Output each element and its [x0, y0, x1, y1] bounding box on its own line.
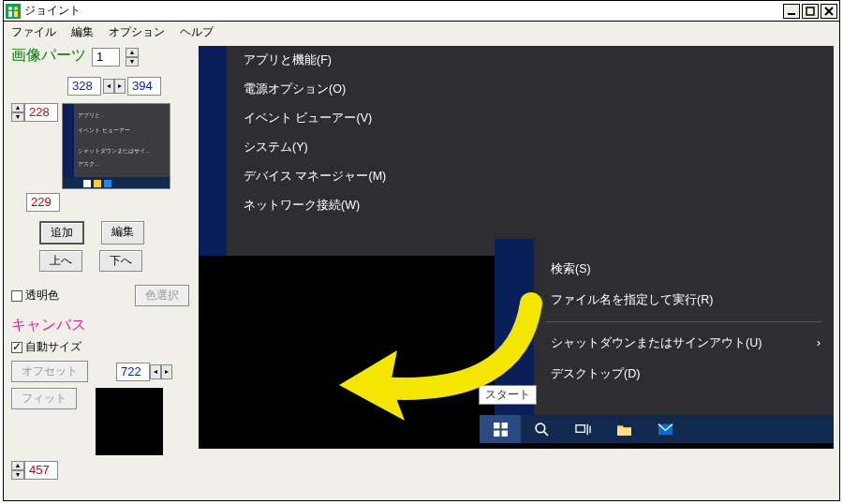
- winx-shutdown[interactable]: シャットダウンまたはサインアウト(U)›: [534, 328, 834, 359]
- svg-rect-3: [8, 11, 12, 17]
- part-thumbnail[interactable]: アプリと… イベント ビューアー シャットダウンまたはサイ… デスク…: [62, 103, 170, 189]
- blue-column: [495, 239, 534, 443]
- separator: [545, 321, 822, 322]
- canvas-thumbnail: [96, 388, 163, 455]
- parts-index-input[interactable]: 1: [92, 48, 120, 67]
- task-view-icon: [575, 422, 591, 437]
- svg-rect-15: [575, 424, 584, 432]
- canvas-w-slider[interactable]: ◂▸: [150, 364, 172, 379]
- start-tooltip: スタート: [479, 385, 537, 405]
- taskbar: [480, 415, 834, 443]
- canvas-area: アプリと機能(F) 電源オプション(O) イベント ビューアー(V) システム(…: [199, 46, 834, 449]
- svg-rect-18: [617, 427, 631, 436]
- chevron-right-icon: ›: [817, 335, 821, 349]
- svg-rect-10: [501, 422, 507, 428]
- winx-device-manager[interactable]: デバイス マネージャー(M): [227, 162, 540, 191]
- winx-network[interactable]: ネットワーク接続(W): [227, 191, 540, 220]
- add-button[interactable]: 追加: [39, 221, 84, 245]
- x-slider[interactable]: ◂▸: [103, 79, 126, 94]
- taskbar-explorer[interactable]: [603, 415, 644, 443]
- down-button[interactable]: 下へ: [99, 250, 142, 272]
- x-input[interactable]: 328: [67, 77, 101, 96]
- offset-button[interactable]: オフセット: [11, 361, 88, 382]
- svg-rect-12: [501, 430, 507, 436]
- folder-icon: [616, 422, 632, 437]
- winx-search[interactable]: 検索(S): [534, 254, 834, 285]
- winx-system[interactable]: システム(Y): [227, 133, 540, 162]
- mail-icon: [658, 422, 673, 437]
- window-title: ジョイント: [24, 3, 783, 19]
- menu-help[interactable]: ヘルプ: [180, 24, 214, 40]
- menubar: ファイル 編集 オプション ヘルプ: [4, 22, 839, 42]
- w-input[interactable]: 394: [127, 77, 161, 96]
- winx-event-viewer[interactable]: イベント ビューアー(V): [227, 104, 540, 133]
- svg-rect-6: [806, 7, 814, 15]
- y-input[interactable]: 228: [24, 103, 58, 122]
- svg-rect-11: [494, 430, 499, 436]
- section-image-parts: 画像パーツ: [11, 46, 86, 66]
- taskbar-search[interactable]: [521, 415, 562, 443]
- canvas-w-input[interactable]: 722: [116, 363, 150, 381]
- winx-blue-strip: [199, 46, 227, 256]
- canvas-h-input[interactable]: 457: [24, 461, 58, 480]
- start-button[interactable]: [480, 415, 521, 443]
- menu-options[interactable]: オプション: [109, 24, 165, 40]
- taskbar-taskview[interactable]: [562, 415, 603, 443]
- search-icon: [534, 422, 550, 437]
- winx-desktop[interactable]: デスクトップ(D): [534, 359, 834, 390]
- minimize-button[interactable]: [783, 4, 800, 19]
- svg-point-1: [8, 7, 12, 10]
- app-icon: [6, 4, 21, 19]
- winx-menu-left: アプリと機能(F) 電源オプション(O) イベント ビューアー(V) システム(…: [227, 46, 540, 256]
- svg-point-13: [536, 423, 545, 433]
- winx-power-options[interactable]: 電源オプション(O): [227, 75, 540, 104]
- h-input[interactable]: 229: [26, 193, 60, 212]
- y-spinner[interactable]: ▲▼: [11, 103, 24, 122]
- titlebar: ジョイント: [4, 1, 839, 22]
- maximize-button[interactable]: [802, 4, 819, 19]
- winx-menu-right: 検索(S) ファイル名を指定して実行(R) シャットダウンまたはサインアウト(U…: [534, 46, 834, 415]
- svg-point-2: [14, 7, 18, 10]
- svg-line-14: [543, 431, 547, 435]
- parts-index-spinner[interactable]: ▲▼: [126, 48, 139, 67]
- windows-icon: [493, 422, 509, 437]
- winx-apps-features[interactable]: アプリと機能(F): [227, 46, 540, 75]
- up-button[interactable]: 上へ: [39, 250, 82, 272]
- menu-file[interactable]: ファイル: [11, 24, 56, 40]
- menu-edit[interactable]: 編集: [71, 24, 94, 40]
- fit-button[interactable]: フィット: [11, 388, 77, 409]
- section-canvas: キャンバス: [11, 316, 189, 335]
- canvas-h-spinner[interactable]: ▲▼: [11, 461, 24, 480]
- taskbar-mail[interactable]: [644, 415, 686, 443]
- svg-rect-0: [6, 4, 21, 19]
- autosize-checkbox[interactable]: 自動サイズ: [11, 339, 189, 355]
- transparent-checkbox[interactable]: 透明色: [11, 288, 59, 304]
- edit-button[interactable]: 編集: [101, 221, 144, 245]
- winx-run[interactable]: ファイル名を指定して実行(R): [534, 285, 834, 316]
- close-button[interactable]: [821, 4, 837, 19]
- svg-rect-9: [494, 422, 499, 428]
- pick-color-button[interactable]: 色選択: [135, 285, 189, 306]
- svg-rect-4: [14, 11, 18, 17]
